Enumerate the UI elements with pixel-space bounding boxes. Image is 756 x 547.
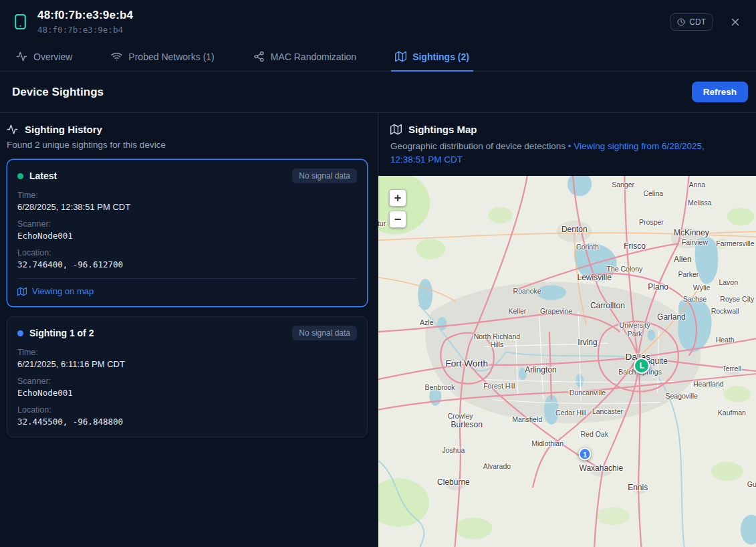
clock-icon: [677, 18, 685, 26]
zoom-out-button[interactable]: −: [389, 211, 406, 228]
wifi-icon: [111, 51, 122, 62]
sightings-map-title: Sightings Map: [408, 124, 477, 135]
activity-icon: [7, 124, 18, 135]
map-marker-1[interactable]: 1: [579, 448, 592, 461]
time-label: Time:: [17, 191, 357, 200]
map-icon: [395, 51, 406, 62]
map-background: [378, 176, 756, 547]
time-label: Time:: [17, 348, 357, 357]
time-value: 6/21/2025, 6:11:16 PM CDT: [17, 359, 357, 369]
map-subtitle-text: Geographic distribution of device detect…: [390, 141, 565, 151]
map-icon: [17, 287, 27, 296]
viewing-on-map-link[interactable]: Viewing on map: [17, 278, 357, 296]
map-zoom-control: + −: [389, 189, 406, 228]
sightings-map-panel: Sightings Map Geographic distribution of…: [378, 113, 756, 547]
location-label: Location:: [17, 405, 357, 415]
status-dot: [17, 330, 23, 336]
close-button[interactable]: [729, 16, 741, 28]
map-canvas[interactable]: turSangerAnnaCelinaMelissaProsperDentonM…: [378, 176, 756, 547]
zoom-in-button[interactable]: +: [389, 189, 406, 207]
scanner-value: EchoNode001: [17, 388, 357, 398]
map-icon: [390, 124, 402, 135]
location-value: 32.746400, -96.612700: [17, 259, 357, 269]
page-header: Device Sightings Refresh: [0, 72, 756, 112]
scanner-value: EchoNode001: [17, 231, 357, 241]
bullet-separator: •: [568, 141, 572, 151]
tab-mac-randomization[interactable]: MAC Randomization: [249, 42, 360, 72]
tab-sightings-label: Sightings (2): [412, 51, 469, 62]
signal-badge: No signal data: [292, 169, 357, 183]
device-mac-address: 48:f0:7b:e3:9e:b4: [37, 25, 133, 35]
viewing-on-map-label: Viewing on map: [32, 286, 94, 296]
panel-header: 48:f0:7b:e3:9e:b4 48:f0:7b:e3:9e:b4 CDT: [0, 0, 756, 42]
tab-overview[interactable]: Overview: [12, 42, 76, 72]
time-value: 6/28/2025, 12:38:51 PM CDT: [17, 202, 357, 212]
signal-badge: No signal data: [292, 326, 357, 340]
network-nodes-icon: [253, 51, 265, 62]
refresh-button[interactable]: Refresh: [692, 82, 748, 102]
sighting-history-header: Sighting History: [7, 124, 368, 135]
tab-sightings[interactable]: Sightings (2): [391, 42, 473, 72]
tab-mac-randomization-label: MAC Randomization: [271, 51, 356, 62]
sighting-history-panel: Sighting History Found 2 unique sighting…: [0, 113, 378, 547]
map-subtitle: Geographic distribution of device detect…: [390, 140, 739, 167]
sightings-map-header: Sightings Map: [390, 124, 739, 135]
sighting-name: Latest: [29, 171, 286, 181]
scanner-label: Scanner:: [17, 376, 357, 386]
sighting-card-1[interactable]: Sighting 1 of 2 No signal data Time: 6/2…: [7, 316, 368, 437]
smartphone-icon: [12, 12, 29, 31]
timezone-badge[interactable]: CDT: [670, 13, 713, 31]
timezone-label: CDT: [689, 17, 706, 27]
sighting-history-title: Sighting History: [25, 124, 102, 135]
content-area: Sighting History Found 2 unique sighting…: [0, 112, 756, 547]
sighting-card-latest[interactable]: Latest No signal data Time: 6/28/2025, 1…: [7, 159, 368, 307]
tab-bar: Overview Probed Networks (1) MAC Randomi…: [0, 42, 756, 72]
tab-probed-networks-label: Probed Networks (1): [128, 51, 214, 62]
sighting-history-subtitle: Found 2 unique sightings for this device: [7, 140, 368, 150]
activity-icon: [16, 51, 27, 62]
scanner-label: Scanner:: [17, 219, 357, 229]
map-marker-l[interactable]: L: [634, 358, 650, 374]
tab-probed-networks[interactable]: Probed Networks (1): [107, 42, 218, 72]
status-dot: [17, 173, 23, 179]
device-title: 48:f0:7b:e3:9e:b4: [37, 9, 133, 22]
location-value: 32.445500, -96.848800: [17, 417, 357, 427]
tab-overview-label: Overview: [33, 51, 72, 62]
location-label: Location:: [17, 248, 357, 257]
sighting-name: Sighting 1 of 2: [29, 328, 286, 338]
page-title: Device Sightings: [12, 86, 104, 99]
close-icon: [729, 16, 741, 28]
